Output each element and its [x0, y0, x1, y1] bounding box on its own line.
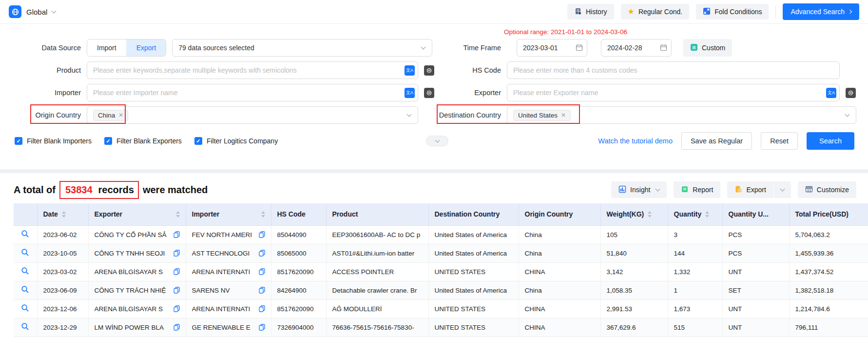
regular-cond-label: Regular Cond.	[638, 8, 682, 16]
regular-cond-button[interactable]: ★ Regular Cond.	[621, 4, 690, 20]
column-header-exporter[interactable]: Exporter	[88, 203, 186, 225]
export-segment[interactable]: Export	[126, 40, 166, 56]
copy-icon[interactable]	[174, 324, 180, 331]
column-header-quantity[interactable]: Quantity	[668, 203, 722, 225]
weight-cell: 51,840	[600, 244, 668, 262]
column-header-weight[interactable]: Weight(KG)	[600, 203, 668, 225]
data-source-select[interactable]: 79 data sources selected	[172, 39, 432, 57]
sort-icon[interactable]	[705, 211, 709, 218]
report-icon	[681, 185, 689, 195]
destination-country-label: Destination Country	[439, 111, 501, 119]
search-icon[interactable]	[21, 267, 29, 275]
copy-icon[interactable]	[174, 268, 180, 275]
copy-icon[interactable]	[259, 231, 265, 238]
destination-country-cell: UNITED STATES	[428, 318, 519, 337]
sort-icon[interactable]	[62, 211, 66, 218]
reset-button[interactable]: Reset	[761, 132, 798, 150]
copy-icon[interactable]	[174, 231, 180, 238]
exclude-icon[interactable]: ⊜	[424, 88, 434, 98]
search-button[interactable]: Search	[807, 132, 854, 150]
importer-cell: AST TECHNOLOGI	[186, 244, 271, 262]
copy-icon[interactable]	[174, 305, 180, 312]
record-count: 53834	[65, 184, 93, 196]
translate-icon[interactable]: 文A	[405, 65, 415, 76]
region-selector[interactable]: Global	[9, 5, 56, 18]
origin-country-select[interactable]: China ✕	[87, 106, 418, 124]
column-header-date[interactable]: Date	[37, 203, 88, 225]
exporter-input[interactable]	[507, 84, 840, 101]
destination-country-cell: UNITED STATES	[428, 299, 519, 318]
report-button[interactable]: Report	[674, 181, 720, 198]
exclude-icon[interactable]: ⊜	[424, 65, 434, 76]
copy-icon[interactable]	[174, 250, 180, 257]
column-header-destination-country: Destination Country	[428, 203, 519, 225]
copy-icon[interactable]	[259, 305, 265, 312]
end-date-field[interactable]	[601, 39, 672, 57]
origin-country-cell: CHINA	[519, 262, 600, 281]
quantity-cell: 3	[668, 225, 722, 244]
total-prefix: A total of	[14, 184, 56, 196]
data-source-toggle: Import Export	[87, 39, 166, 57]
custom-range-button[interactable]: ⌘ Custom	[683, 39, 732, 57]
records-word: records	[98, 184, 134, 196]
history-button[interactable]: History	[567, 4, 614, 20]
sort-icon[interactable]	[176, 211, 180, 218]
advanced-search-button[interactable]: Advanced Search	[783, 3, 859, 20]
hs-code-cell: 85065000	[271, 244, 326, 262]
search-icon[interactable]	[21, 285, 29, 294]
copy-icon[interactable]	[259, 287, 265, 294]
date-cell: 2023-12-29	[37, 318, 88, 337]
table-row: 2023-06-02 CÔNG TY CỔ PHẦN SẢ FEV NORTH …	[14, 225, 868, 244]
date-cell: 2023-06-02	[37, 225, 88, 244]
save-as-regular-button[interactable]: Save as Regular	[681, 132, 752, 150]
translate-icon[interactable]: 文A	[405, 88, 415, 98]
copy-icon[interactable]	[174, 287, 180, 294]
importer-field: 文A	[87, 84, 418, 101]
importer-input[interactable]	[87, 84, 418, 101]
hs-code-label: HS Code	[439, 66, 501, 74]
sort-icon[interactable]	[261, 211, 265, 218]
calendar-icon[interactable]	[660, 44, 667, 53]
remove-tag-icon[interactable]: ✕	[118, 112, 123, 119]
filter-blank-exporters-checkbox[interactable]: ✓ Filter Blank Exporters	[104, 137, 182, 145]
importer-cell: GE RENEWABLE E	[186, 318, 271, 337]
customize-icon	[805, 185, 813, 195]
calendar-icon[interactable]	[576, 44, 583, 53]
column-header-importer[interactable]: Importer	[186, 203, 271, 225]
sort-icon[interactable]	[648, 211, 652, 218]
product-input[interactable]	[87, 61, 418, 79]
export-button[interactable]: Export	[727, 181, 773, 198]
translate-icon[interactable]: 文A	[826, 88, 836, 98]
search-icon[interactable]	[21, 322, 29, 331]
region-label: Global	[26, 8, 47, 16]
filter-blank-importers-checkbox[interactable]: ✓ Filter Blank Importers	[15, 137, 92, 145]
remove-tag-icon[interactable]: ✕	[561, 112, 566, 119]
destination-country-select[interactable]: United States ✕	[507, 106, 856, 124]
filter-logistics-company-checkbox[interactable]: ✓ Filter Logitics Company	[194, 137, 278, 145]
import-segment[interactable]: Import	[87, 40, 126, 56]
top-bar: Global History ★ Regular Cond. Fold Cond…	[0, 0, 868, 23]
export-options-toggle[interactable]	[773, 181, 791, 198]
tutorial-link[interactable]: Watch the tutorial demo	[598, 137, 673, 145]
search-icon[interactable]	[21, 248, 29, 257]
collapse-conditions-toggle[interactable]	[426, 136, 448, 146]
customize-button[interactable]: Customize	[798, 181, 856, 198]
exclude-icon[interactable]: ⊜	[846, 88, 856, 98]
fold-conditions-button[interactable]: Fold Conditions	[696, 4, 769, 20]
copy-icon[interactable]	[259, 268, 265, 275]
product-cell: EEP30061600AB- AC to DC p	[326, 225, 428, 244]
exporter-cell: ARENA BİLGİSAYAR S	[88, 299, 186, 318]
chevron-down-icon	[780, 186, 785, 191]
checkbox-checked-icon: ✓	[104, 137, 112, 145]
destination-country-cell: United States of America	[428, 244, 519, 262]
annotation-box-record-count: 53834 records	[59, 181, 139, 199]
hs-code-cell: 84264900	[271, 281, 326, 299]
search-icon[interactable]	[21, 304, 29, 312]
hs-code-input[interactable]	[507, 61, 840, 79]
insight-button[interactable]: Insight	[611, 181, 667, 198]
copy-icon[interactable]	[259, 250, 265, 257]
quantity-cell: 144	[668, 244, 722, 262]
search-icon[interactable]	[21, 230, 29, 238]
start-date-field[interactable]	[517, 39, 587, 57]
copy-icon[interactable]	[259, 324, 265, 331]
